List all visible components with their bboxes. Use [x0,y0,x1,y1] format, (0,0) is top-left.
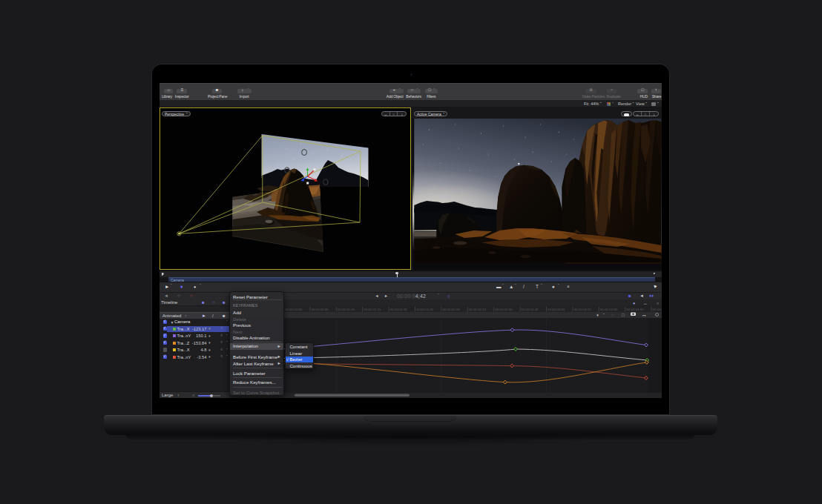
svg-text:○: ○ [657,301,659,305]
svg-text:00:00:02:30: 00:00:02:30 [495,308,513,311]
svg-text:00:00:00:30: 00:00:00:30 [285,308,303,311]
svg-text:●: ● [633,301,635,305]
svg-text:00:00:00:45: 00:00:00:45 [311,308,329,311]
svg-text:00:00:03:30: 00:00:03:30 [599,308,617,311]
svg-text:00:00:01:45: 00:00:01:45 [416,308,434,311]
svg-text:↔: ↔ [643,301,648,305]
svg-text:00:00:03:15: 00:00:03:15 [573,308,591,311]
svg-text:00:00:02:15: 00:00:02:15 [468,308,486,311]
svg-text:00:00:01:00: 00:00:01:00 [337,308,355,311]
svg-text:00:00:01:15: 00:00:01:15 [364,308,381,311]
svg-text:00:00:0: 00:00:0 [652,308,662,311]
svg-text:□: □ [622,313,625,317]
svg-text:00:00:03:00: 00:00:03:00 [548,308,565,311]
svg-text:00:00:01:30: 00:00:01:30 [389,308,407,311]
svg-text:00:00:02:45: 00:00:02:45 [521,308,539,311]
svg-text:↔: ↔ [642,312,647,317]
svg-text:♦: ♦ [596,313,599,317]
svg-text:○: ○ [611,313,614,317]
svg-text:00:00:03:45: 00:00:03:45 [626,308,644,311]
svg-text:00:00:02:00: 00:00:02:00 [442,308,460,311]
